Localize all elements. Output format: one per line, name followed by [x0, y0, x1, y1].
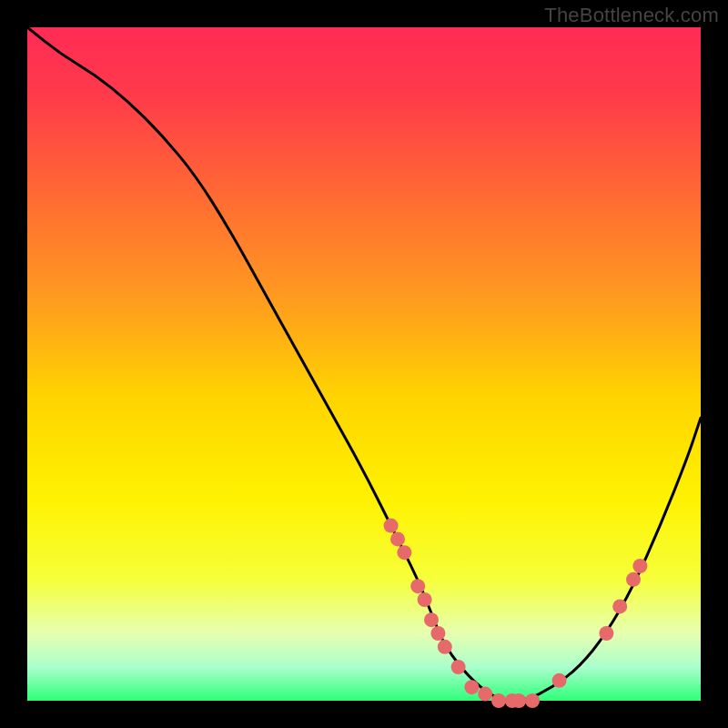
curve-marker	[626, 572, 641, 587]
curve-marker	[511, 693, 526, 708]
curve-marker	[390, 531, 405, 546]
plot-background	[27, 27, 701, 701]
chart-svg	[0, 0, 728, 728]
curve-marker	[632, 559, 647, 573]
chart-stage: TheBottleneck.com	[0, 0, 728, 728]
curve-marker	[491, 693, 506, 708]
curve-marker	[478, 687, 492, 702]
curve-marker	[438, 640, 452, 654]
curve-marker	[397, 545, 411, 560]
curve-marker	[418, 592, 432, 607]
curve-marker	[525, 693, 540, 708]
curve-marker	[599, 626, 613, 641]
curve-marker	[612, 599, 627, 613]
curve-marker	[424, 612, 439, 627]
curve-marker	[451, 660, 466, 674]
curve-marker	[384, 519, 399, 533]
curve-marker	[464, 680, 479, 694]
curve-marker	[430, 626, 445, 641]
curve-marker	[410, 579, 425, 593]
curve-marker	[552, 673, 567, 688]
